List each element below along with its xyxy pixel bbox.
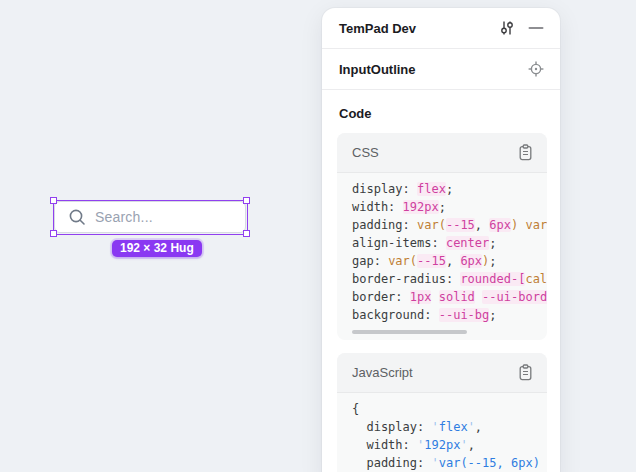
js-block-header: JavaScript xyxy=(337,353,547,393)
code-token: , xyxy=(446,254,460,268)
code-token: var( xyxy=(417,218,446,232)
code-value-chip[interactable]: --ui-border-color xyxy=(482,290,547,304)
js-code-block: JavaScript { display: 'flex', width: '19… xyxy=(337,353,547,472)
css-block-label: CSS xyxy=(352,145,515,160)
crosshair-icon[interactable] xyxy=(526,59,546,79)
code-token: { xyxy=(352,402,359,416)
code-token: , xyxy=(468,438,475,452)
selection-handle-bottom-left[interactable] xyxy=(50,230,57,237)
code-section-label: Code xyxy=(339,106,547,121)
code-line: width: 192px; xyxy=(352,198,547,216)
code-line: border: 1px solid --ui-border-color; xyxy=(352,288,547,306)
code-line: align-items: center; xyxy=(352,234,547,252)
code-value-chip[interactable]: flex xyxy=(417,182,446,196)
code-value-chip[interactable]: 192px xyxy=(403,200,439,214)
clipboard-icon[interactable] xyxy=(515,363,535,383)
code-token: padding: xyxy=(352,456,431,470)
code-line: width: '192px', xyxy=(352,436,547,454)
code-value-chip[interactable]: --15 xyxy=(417,254,446,268)
code-value-chip[interactable]: --15 xyxy=(446,218,475,232)
code-line: display: flex; xyxy=(352,180,547,198)
code-token: width: xyxy=(352,200,403,214)
minimize-icon[interactable] xyxy=(526,18,546,38)
clipboard-icon[interactable] xyxy=(515,143,535,163)
code-token: padding: xyxy=(352,218,417,232)
code-token: gap: xyxy=(352,254,388,268)
code-line: { xyxy=(352,400,547,418)
code-token: ; xyxy=(489,254,496,268)
code-token: calc( xyxy=(525,272,547,286)
code-token: ' xyxy=(431,456,438,470)
code-token: align-items: xyxy=(352,236,446,250)
code-line: padding: 'var(--15, 6px) var(--15, 6px)'… xyxy=(352,454,547,472)
horizontal-scrollbar[interactable] xyxy=(352,330,532,334)
scrollbar-thumb[interactable] xyxy=(352,330,467,334)
js-block-label: JavaScript xyxy=(352,365,515,380)
css-code: display: flex;width: 192px;padding: var(… xyxy=(337,173,547,324)
panel-header: TemPad Dev xyxy=(322,8,560,49)
css-block-header: CSS xyxy=(337,133,547,173)
code-token: 192px xyxy=(424,438,460,452)
code-token: var( xyxy=(388,254,417,268)
code-token: ; xyxy=(489,236,496,250)
code-token: display: xyxy=(352,420,431,434)
code-value-chip[interactable]: --ui-bg xyxy=(439,308,490,322)
selection-handle-top-right[interactable] xyxy=(243,197,250,204)
code-line: border-radius: rounded-[calc(var(--radiu… xyxy=(352,270,547,288)
code-line: padding: var(--15, 6px) var(--15, 6px); xyxy=(352,216,547,234)
code-line: background: --ui-bg; xyxy=(352,306,547,324)
code-value-chip[interactable]: 6px xyxy=(460,254,482,268)
code-token: flex xyxy=(439,420,468,434)
code-token: border-radius: xyxy=(352,272,460,286)
component-name: InputOutline xyxy=(339,62,526,77)
code-line: display: 'flex', xyxy=(352,418,547,436)
tempad-dev-panel: TemPad Dev InputOutline xyxy=(322,8,560,472)
code-value-chip[interactable]: solid xyxy=(439,290,475,304)
code-token: , xyxy=(475,420,482,434)
code-line: gap: var(--15, 6px); xyxy=(352,252,547,270)
code-value-chip[interactable]: 1px xyxy=(410,290,432,304)
code-token: , xyxy=(475,218,489,232)
code-section: Code CSS display: flex;width: 192px;padd… xyxy=(322,90,560,472)
code-token: ; xyxy=(446,182,453,196)
selection-outline[interactable] xyxy=(53,200,248,235)
code-value-chip[interactable]: rounded-[ xyxy=(460,272,525,286)
code-value-chip[interactable]: 6px xyxy=(489,218,511,232)
code-token: ' xyxy=(460,438,467,452)
code-token: border: xyxy=(352,290,410,304)
code-token xyxy=(475,290,482,304)
selection-handle-bottom-right[interactable] xyxy=(243,230,250,237)
component-row: InputOutline xyxy=(322,49,560,90)
css-code-block: CSS display: flex;width: 192px;padding: … xyxy=(337,133,547,340)
code-token: width: xyxy=(352,438,417,452)
selection-handle-top-left[interactable] xyxy=(50,197,57,204)
panel-title: TemPad Dev xyxy=(339,21,497,36)
code-token: var(--15, 6px) var(--15, 6px) xyxy=(439,456,547,470)
code-token: var( xyxy=(525,218,547,232)
size-badge: 192 × 32 Hug xyxy=(112,240,202,257)
code-token: ' xyxy=(468,420,475,434)
code-token: ; xyxy=(439,200,446,214)
code-value-chip[interactable]: center xyxy=(446,236,489,250)
code-token: ; xyxy=(489,308,496,322)
code-token: display: xyxy=(352,182,417,196)
code-token xyxy=(431,290,438,304)
code-token: ' xyxy=(431,420,438,434)
js-code: { display: 'flex', width: '192px', paddi… xyxy=(337,393,547,472)
figma-canvas: Search... 192 × 32 Hug TemPad Dev xyxy=(0,0,636,472)
code-token: background: xyxy=(352,308,439,322)
sliders-icon[interactable] xyxy=(497,18,517,38)
